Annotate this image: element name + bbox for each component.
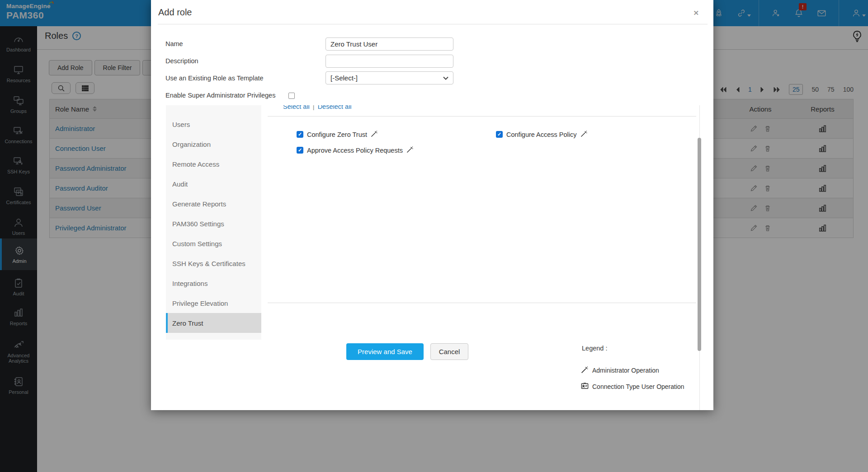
- permission-configure-access-policy: ✓ Configure Access Policy: [496, 130, 588, 139]
- legend-label: Administrator Operation: [592, 367, 659, 374]
- super-admin-label: Enable Super Administrator Privileges: [165, 92, 275, 99]
- legend-connection-operation: Connection Type User Operation: [581, 383, 684, 391]
- select-separator: |: [313, 105, 315, 110]
- description-label: Description: [165, 57, 198, 65]
- chevron-down-icon: [443, 76, 448, 80]
- legend-title: Legend :: [582, 345, 607, 352]
- checked-checkbox[interactable]: ✓: [496, 131, 503, 138]
- name-input[interactable]: [326, 37, 453, 51]
- permissions-top-divider: [268, 116, 696, 117]
- category-zero-trust[interactable]: Zero Trust: [166, 313, 261, 333]
- permission-approve-access-policy-requests: ✓ Approve Access Policy Requests: [297, 146, 414, 154]
- preview-and-save-button[interactable]: Preview and Save: [346, 343, 424, 360]
- category-audit[interactable]: Audit: [166, 174, 261, 194]
- category-ssh-keys-certificates[interactable]: SSH Keys & Certificates: [166, 253, 261, 273]
- category-privilege-elevation[interactable]: Privilege Elevation: [166, 293, 261, 313]
- permission-label: Approve Access Policy Requests: [307, 147, 403, 154]
- id-card-icon: [581, 383, 589, 391]
- template-select[interactable]: [-Select-]: [326, 71, 453, 84]
- category-users[interactable]: Users: [166, 114, 261, 134]
- checked-checkbox[interactable]: ✓: [297, 147, 303, 154]
- super-admin-checkbox[interactable]: [288, 93, 295, 99]
- name-label: Name: [165, 40, 183, 47]
- modal-title: Add role: [158, 7, 192, 18]
- modal-title-divider: [158, 24, 708, 24]
- description-input[interactable]: [326, 55, 453, 68]
- legend-label: Connection Type User Operation: [592, 383, 684, 390]
- wand-icon: [371, 130, 378, 139]
- select-all-link[interactable]: Select all: [283, 105, 310, 110]
- permission-configure-zero-trust: ✓ Configure Zero Trust: [297, 130, 378, 139]
- category-generate-reports[interactable]: Generate Reports: [166, 194, 261, 214]
- category-remote-access[interactable]: Remote Access: [166, 154, 261, 174]
- category-integrations[interactable]: Integrations: [166, 273, 261, 293]
- wand-icon: [580, 130, 588, 139]
- permissions-bottom-divider: [268, 303, 696, 303]
- permission-label: Configure Zero Trust: [307, 131, 367, 138]
- permission-label: Configure Access Policy: [506, 131, 577, 138]
- modal-scrollbar-thumb[interactable]: [698, 138, 701, 351]
- add-role-modal: Add role ✕ Name Description Use an Exist…: [151, 0, 713, 410]
- deselect-all-link[interactable]: Deselect all: [318, 105, 352, 110]
- category-custom-settings[interactable]: Custom Settings: [166, 234, 261, 253]
- legend-admin-operation: Administrator Operation: [581, 366, 659, 375]
- template-label: Use an Existing Role as Template: [165, 75, 264, 82]
- checked-checkbox[interactable]: ✓: [297, 131, 303, 138]
- template-select-value: [-Select-]: [330, 74, 358, 82]
- category-panel: Users Organization Remote Access Audit G…: [166, 105, 261, 340]
- select-links: Select all | Deselect all: [283, 105, 352, 113]
- category-pam360-settings[interactable]: PAM360 Settings: [166, 214, 261, 234]
- wand-icon: [581, 366, 589, 375]
- category-organization[interactable]: Organization: [166, 134, 261, 154]
- app-root: ManageEngine PAM360: [0, 0, 868, 472]
- wand-icon: [406, 146, 414, 154]
- close-icon[interactable]: ✕: [693, 9, 699, 17]
- cancel-button[interactable]: Cancel: [430, 343, 468, 360]
